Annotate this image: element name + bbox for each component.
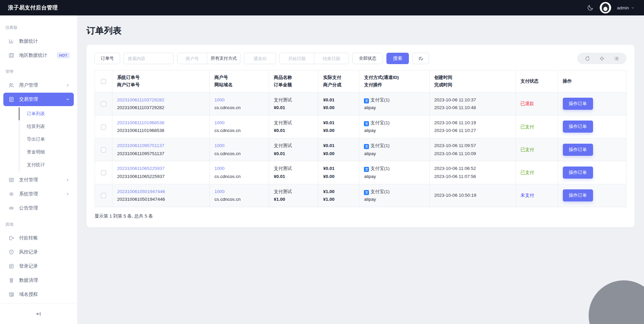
sidebar-item-label: 数据统计 [19, 38, 38, 44]
sidebar-item-data-stats[interactable]: 数据统计 [3, 35, 74, 48]
submenu-item-settle-list[interactable]: 结算列表 [19, 120, 77, 133]
created-time: 2023-10-06 10:50:19 [434, 191, 511, 199]
list-view-icon[interactable] [613, 56, 619, 61]
status-badge: 未支付 [521, 193, 534, 198]
status-select[interactable]: 全部状态 [352, 53, 383, 64]
sidebar-item-label: 登录记录 [19, 263, 38, 269]
table-header-row: 系统订单号商户订单号 商户号网站域名 商品名称订单金额 实际支付商户分成 支付方… [95, 71, 627, 93]
alipay-icon: 支 [364, 167, 369, 172]
submenu-item-order-list[interactable]: 订单列表 [19, 107, 77, 120]
pay-plugin: alipay [364, 195, 424, 203]
pagination-summary: 显示第 1 到第 5 条, 总共 5 条 [95, 213, 627, 219]
site-domain: cs.cdncos.cn [214, 173, 264, 181]
page-title: 订单列表 [77, 15, 644, 45]
filter-columns-button[interactable] [412, 53, 429, 64]
order-no-select[interactable]: 订单号 [95, 53, 120, 64]
merchant-id-link[interactable]: 1000 [214, 165, 264, 173]
pay-method: 支付宝(1) [370, 97, 389, 102]
end-date-input[interactable] [314, 56, 348, 61]
share-amount: ¥0.00 [323, 127, 354, 135]
pay-plugin: alipay [364, 127, 424, 135]
col-created: 创建时间 [434, 74, 511, 81]
sidebar-item-sys-mgmt[interactable]: 系统管理 [3, 187, 74, 201]
sys-order-link[interactable]: 2023100611095751137 [117, 142, 205, 150]
log-card-icon [8, 263, 14, 270]
order-list-card: 订单号 所有支付方式 全部状态 搜索 [87, 45, 635, 227]
status-badge: 已支付 [521, 170, 534, 175]
sidebar-item-user-mgmt[interactable]: 用户管理 [3, 79, 74, 92]
transfer-out-icon [8, 235, 14, 241]
row-checkbox[interactable] [101, 101, 106, 106]
merchant-id-link[interactable]: 1000 [214, 119, 264, 127]
operate-order-button[interactable]: 操作订单 [563, 98, 593, 110]
site-domain: cs.cdncos.cn [214, 127, 264, 135]
sys-order-link[interactable]: 2023100611103729282 [117, 96, 205, 104]
start-date-input[interactable] [280, 56, 314, 61]
merchant-order-no: 2023100611103729282 [117, 104, 205, 112]
channel-id-input[interactable] [244, 53, 276, 64]
sidebar-section-other: 其他 [0, 216, 77, 231]
sidebar-item-notice-mgmt[interactable]: 公告管理 [3, 201, 74, 215]
paid-amount: ¥0.01 [323, 165, 354, 173]
paid-amount: ¥0.01 [323, 96, 354, 104]
sys-order-link[interactable]: 2023100611065225937 [117, 165, 205, 173]
sidebar-item-risk-log[interactable]: 风控记录 [3, 245, 74, 259]
sys-order-link[interactable]: 2023100611101968538 [117, 119, 205, 127]
topbar: 浪子易支付后台管理 admin [0, 0, 644, 15]
sidebar-item-data-clean[interactable]: 数据清理 [3, 274, 74, 287]
col-action: 操作 [558, 71, 626, 93]
chevron-down-icon [66, 97, 70, 101]
trash-icon [8, 277, 14, 284]
sidebar-item-transfer[interactable]: 付款转账 [3, 231, 74, 245]
user-menu[interactable]: admin [617, 5, 635, 10]
row-checkbox[interactable] [101, 193, 106, 198]
merchant-method-group: 所有支付方式 [177, 53, 240, 64]
fullscreen-icon[interactable] [599, 56, 605, 61]
sys-order-link[interactable]: 2023100610501947446 [117, 188, 205, 196]
search-button[interactable]: 搜索 [386, 53, 409, 64]
operate-order-button[interactable]: 操作订单 [563, 121, 593, 133]
operate-order-button[interactable]: 操作订单 [563, 144, 593, 156]
submenu-item-fund-detail[interactable]: 资金明细 [19, 146, 77, 158]
completed-time: 2023-10-06 11:10:48 [434, 104, 511, 112]
sidebar-item-label: 付款转账 [19, 235, 38, 241]
gear-icon [8, 191, 14, 197]
user-avatar[interactable] [600, 2, 611, 13]
order-amount: ¥1.00 [274, 195, 313, 203]
sidebar-item-label: 系统管理 [19, 191, 38, 197]
alipay-icon: 支 [364, 121, 369, 126]
order-amount: ¥0.01 [274, 173, 313, 181]
sidebar-item-login-log[interactable]: 登录记录 [3, 260, 74, 273]
sidebar-item-region-stats[interactable]: 地区数据统计 HOT [3, 49, 74, 62]
operate-order-button[interactable]: 操作订单 [563, 167, 593, 179]
pay-method-select[interactable]: 所有支付方式 [207, 53, 240, 64]
submenu-item-pay-stats[interactable]: 支付统计 [19, 158, 77, 171]
map-icon [8, 52, 14, 59]
select-all-checkbox[interactable] [101, 79, 106, 84]
merchant-id-link[interactable]: 1000 [214, 188, 264, 196]
operate-order-button[interactable]: 操作订单 [563, 189, 593, 201]
pay-plugin: alipay [364, 104, 424, 112]
dark-mode-moon-icon[interactable] [587, 4, 594, 11]
sidebar-item-domain-auth[interactable]: 域名授权 [3, 288, 74, 301]
submenu-item-export-orders[interactable]: 导出订单 [19, 133, 77, 146]
row-checkbox[interactable] [101, 170, 106, 175]
merchant-id-input[interactable] [177, 56, 207, 61]
merchant-id-link[interactable]: 1000 [214, 142, 264, 150]
order-amount: ¥0.01 [274, 150, 313, 158]
sidebar-item-trade-mgmt[interactable]: 交易管理 [3, 93, 74, 106]
paid-amount: ¥1.00 [323, 188, 354, 196]
filter-icon [418, 56, 424, 61]
sidebar-item-pay-mgmt[interactable]: 支付管理 [3, 173, 74, 187]
collapse-sidebar-icon[interactable] [36, 311, 42, 317]
row-checkbox[interactable] [101, 125, 106, 130]
hot-badge: HOT [57, 52, 70, 58]
alipay-icon: 支 [364, 190, 369, 195]
browser-window-icon [8, 291, 14, 298]
search-input[interactable] [123, 53, 174, 64]
pay-method: 支付宝(1) [370, 166, 389, 171]
refresh-icon[interactable] [585, 56, 590, 61]
row-checkbox[interactable] [101, 147, 106, 152]
order-amount: ¥0.01 [274, 127, 313, 135]
merchant-id-link[interactable]: 1000 [214, 96, 264, 104]
